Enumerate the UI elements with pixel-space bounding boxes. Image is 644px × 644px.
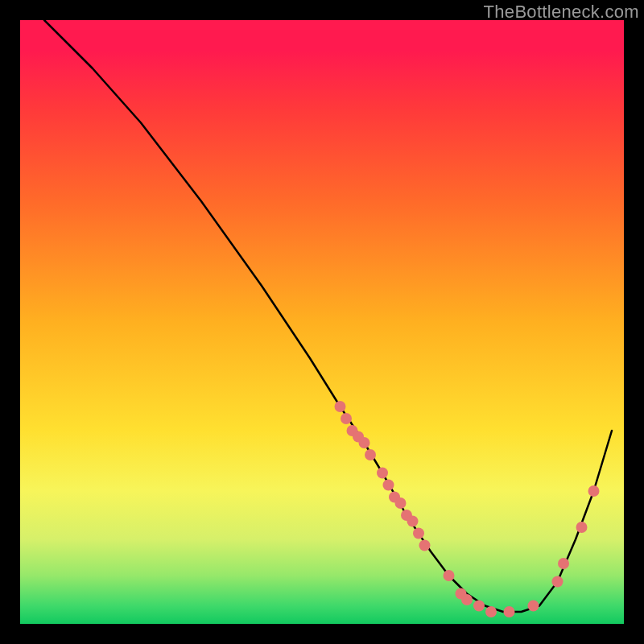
data-marker [576, 522, 588, 533]
data-marker [383, 480, 394, 491]
data-marker [335, 401, 346, 412]
data-marker [413, 528, 424, 539]
data-marker [365, 449, 376, 460]
marker-group [335, 401, 600, 617]
data-marker [558, 558, 569, 569]
plot-area [20, 20, 624, 624]
chart-stage: TheBottleneck.com [0, 0, 644, 644]
data-marker [377, 468, 388, 479]
data-marker [419, 540, 431, 551]
data-marker [473, 601, 485, 612]
data-marker [359, 437, 370, 448]
data-marker [395, 497, 407, 509]
chart-svg [20, 20, 624, 624]
data-marker [588, 485, 600, 497]
data-marker [485, 606, 497, 617]
data-marker [407, 516, 419, 527]
data-marker [504, 606, 515, 617]
watermark-text: TheBottleneck.com [484, 2, 639, 23]
data-marker [341, 413, 352, 424]
data-marker [528, 601, 539, 612]
data-marker [552, 576, 564, 588]
curve-path [44, 20, 612, 612]
data-marker [444, 570, 455, 581]
data-marker [461, 594, 473, 605]
